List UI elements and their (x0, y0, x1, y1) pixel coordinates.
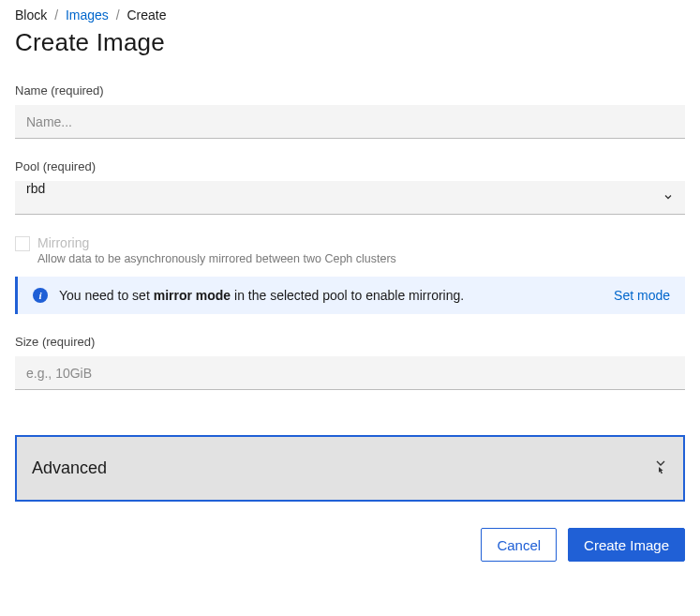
field-mirroring: Mirroring Allow data to be asynchronousl… (15, 235, 685, 314)
field-size: Size (required) (15, 335, 685, 390)
chevron-down-icon (653, 458, 668, 479)
advanced-title: Advanced (32, 458, 107, 478)
mirroring-title: Mirroring (37, 235, 396, 250)
name-input[interactable] (15, 105, 685, 139)
field-name: Name (required) (15, 83, 685, 139)
breadcrumb-item-create: Create (127, 8, 167, 23)
pool-select[interactable]: rbd (15, 181, 685, 215)
info-text-bold: mirror mode (154, 288, 231, 303)
breadcrumb-item-block[interactable]: Block (15, 8, 47, 23)
form-actions: Cancel Create Image (15, 528, 685, 562)
info-icon: i (33, 288, 48, 303)
field-pool: Pool (required) rbd (15, 159, 685, 215)
size-label: Size (required) (15, 335, 685, 349)
pool-label: Pool (required) (15, 159, 685, 173)
info-text-post: in the selected pool to enable mirroring… (231, 288, 464, 303)
advanced-panel-toggle[interactable]: Advanced (15, 435, 685, 502)
name-label: Name (required) (15, 83, 685, 98)
breadcrumb-separator: / (54, 8, 58, 23)
create-image-button[interactable]: Create Image (568, 528, 685, 562)
mirroring-description: Allow data to be asynchronously mirrored… (37, 252, 396, 265)
mirroring-checkbox (15, 236, 30, 251)
size-input[interactable] (15, 356, 685, 390)
mirroring-info-banner: i You need to set mirror mode in the sel… (15, 277, 685, 314)
set-mode-link[interactable]: Set mode (614, 288, 670, 303)
breadcrumb-item-images[interactable]: Images (66, 8, 109, 23)
mirroring-info-text: You need to set mirror mode in the selec… (59, 288, 603, 303)
info-text-pre: You need to set (59, 288, 154, 303)
breadcrumb-separator: / (116, 8, 120, 23)
page-title: Create Image (15, 28, 685, 57)
cancel-button[interactable]: Cancel (481, 528, 557, 562)
breadcrumb: Block / Images / Create (15, 8, 685, 23)
